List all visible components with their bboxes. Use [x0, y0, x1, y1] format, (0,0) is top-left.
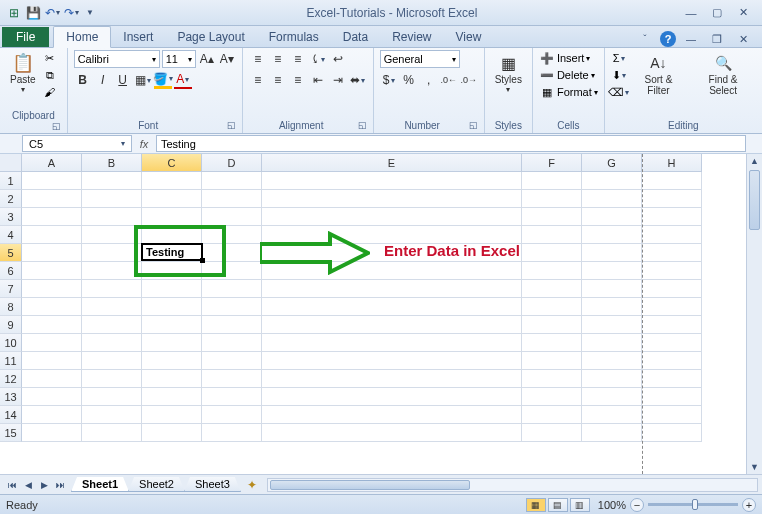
name-box[interactable]: C5▾: [22, 135, 132, 152]
fill-color-button[interactable]: 🪣: [154, 71, 172, 89]
column-header[interactable]: F: [522, 154, 582, 172]
cell[interactable]: [82, 388, 142, 406]
row-header[interactable]: 1: [0, 172, 22, 190]
vertical-scrollbar[interactable]: ▲ ▼: [746, 154, 762, 474]
row-header[interactable]: 10: [0, 334, 22, 352]
cell[interactable]: [202, 298, 262, 316]
cell[interactable]: [522, 298, 582, 316]
sheet-tab[interactable]: Sheet2: [128, 477, 185, 492]
tab-review[interactable]: Review: [380, 27, 443, 47]
worksheet-grid[interactable]: ABCDEFGH 123456789101112131415 Testing E…: [0, 154, 762, 474]
cell[interactable]: [82, 424, 142, 442]
cell[interactable]: [582, 262, 642, 280]
cell[interactable]: [262, 424, 522, 442]
cell[interactable]: [22, 208, 82, 226]
maximize-button[interactable]: ▢: [706, 5, 728, 21]
indent-increase-icon[interactable]: ⇥: [329, 71, 347, 89]
cell[interactable]: [522, 262, 582, 280]
cell[interactable]: [22, 298, 82, 316]
ribbon-minimize-icon[interactable]: ˇ: [634, 31, 656, 47]
cell[interactable]: [82, 262, 142, 280]
autosum-icon[interactable]: Σ: [611, 50, 627, 66]
cell[interactable]: [202, 280, 262, 298]
shrink-font-icon[interactable]: A▾: [218, 50, 236, 68]
column-header[interactable]: D: [202, 154, 262, 172]
cell[interactable]: [642, 334, 702, 352]
fill-icon[interactable]: ⬇: [611, 67, 627, 83]
sheet-nav-prev-icon[interactable]: ◀: [20, 480, 36, 490]
cell[interactable]: [202, 334, 262, 352]
cell[interactable]: [202, 388, 262, 406]
cell[interactable]: [262, 280, 522, 298]
tab-view[interactable]: View: [444, 27, 494, 47]
cell[interactable]: [582, 388, 642, 406]
cell[interactable]: [142, 424, 202, 442]
merge-center-icon[interactable]: ⬌: [349, 71, 367, 89]
qat-customize-icon[interactable]: ▼: [82, 5, 98, 21]
cell[interactable]: [522, 316, 582, 334]
column-header[interactable]: A: [22, 154, 82, 172]
row-header[interactable]: 3: [0, 208, 22, 226]
cell[interactable]: [582, 316, 642, 334]
select-all-corner[interactable]: [0, 154, 22, 172]
cell[interactable]: [522, 244, 582, 262]
cell[interactable]: [202, 370, 262, 388]
align-center-icon[interactable]: ≡: [269, 71, 287, 89]
align-right-icon[interactable]: ≡: [289, 71, 307, 89]
view-normal-button[interactable]: ▦: [526, 498, 546, 512]
font-launcher-icon[interactable]: ◱: [227, 120, 236, 130]
cell[interactable]: [262, 316, 522, 334]
number-format-select[interactable]: General▾: [380, 50, 460, 68]
cell[interactable]: [82, 226, 142, 244]
cell[interactable]: [582, 298, 642, 316]
cell[interactable]: [82, 406, 142, 424]
row-header[interactable]: 7: [0, 280, 22, 298]
close-button[interactable]: ✕: [732, 5, 754, 21]
align-top-icon[interactable]: ≡: [249, 50, 267, 68]
cell[interactable]: [142, 280, 202, 298]
column-header[interactable]: H: [642, 154, 702, 172]
cell[interactable]: [522, 406, 582, 424]
cell[interactable]: [522, 172, 582, 190]
cell[interactable]: [82, 298, 142, 316]
cell[interactable]: [642, 190, 702, 208]
save-icon[interactable]: 💾: [25, 5, 41, 21]
cell[interactable]: [142, 316, 202, 334]
cell[interactable]: [522, 352, 582, 370]
cell[interactable]: [582, 226, 642, 244]
underline-button[interactable]: U: [114, 71, 132, 89]
cell[interactable]: [22, 424, 82, 442]
cell[interactable]: [642, 280, 702, 298]
cell[interactable]: [262, 388, 522, 406]
zoom-level[interactable]: 100%: [598, 499, 626, 511]
number-launcher-icon[interactable]: ◱: [469, 120, 478, 130]
align-middle-icon[interactable]: ≡: [269, 50, 287, 68]
cell[interactable]: [142, 406, 202, 424]
align-left-icon[interactable]: ≡: [249, 71, 267, 89]
cell[interactable]: [82, 334, 142, 352]
bold-button[interactable]: B: [74, 71, 92, 89]
comma-icon[interactable]: ,: [420, 71, 438, 89]
cell[interactable]: [642, 172, 702, 190]
cell[interactable]: [82, 316, 142, 334]
zoom-in-button[interactable]: +: [742, 498, 756, 512]
cell[interactable]: [582, 172, 642, 190]
align-bottom-icon[interactable]: ≡: [289, 50, 307, 68]
cell[interactable]: [582, 370, 642, 388]
cell[interactable]: [642, 406, 702, 424]
cell[interactable]: [22, 406, 82, 424]
cell[interactable]: [142, 370, 202, 388]
row-header[interactable]: 2: [0, 190, 22, 208]
cell[interactable]: [582, 352, 642, 370]
scroll-down-icon[interactable]: ▼: [747, 460, 762, 474]
cell[interactable]: [202, 208, 262, 226]
font-name-select[interactable]: Calibri▾: [74, 50, 160, 68]
row-header[interactable]: 13: [0, 388, 22, 406]
cell[interactable]: [142, 388, 202, 406]
sheet-nav-last-icon[interactable]: ⏭: [52, 480, 68, 490]
paste-button[interactable]: 📋 Paste ▾: [6, 50, 40, 96]
row-header[interactable]: 9: [0, 316, 22, 334]
zoom-out-button[interactable]: −: [630, 498, 644, 512]
cell[interactable]: [22, 316, 82, 334]
cell[interactable]: [262, 352, 522, 370]
